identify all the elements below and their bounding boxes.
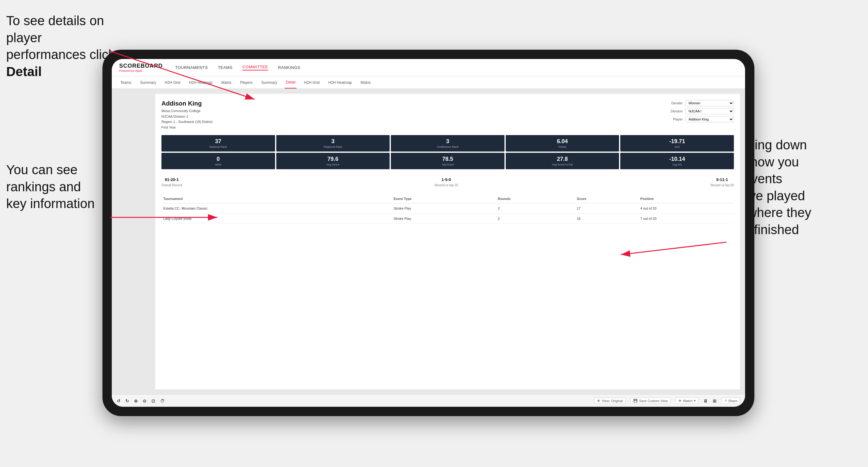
player-division: NJCAA Division 1	[161, 114, 212, 120]
sub-nav-summary[interactable]: Summary	[139, 76, 157, 89]
toolbar-icon-3[interactable]: ⊡	[152, 398, 155, 403]
toolbar-icon-4[interactable]: ⏱	[160, 398, 164, 403]
top50-record-label: Record vs top 50	[710, 184, 734, 187]
player-select[interactable]: Addison King	[685, 116, 734, 122]
undo-icon[interactable]: ↺	[117, 398, 120, 403]
toolbar-icon-screen[interactable]: 🖥	[704, 398, 708, 403]
view-original-button[interactable]: 👁 View: Original	[594, 398, 625, 404]
nav-items: TOURNAMENTS TEAMS COMMITTEE RANKINGS	[175, 65, 300, 70]
regional-rank-value: 3	[279, 138, 388, 145]
sub-nav-teams[interactable]: Teams	[119, 76, 132, 89]
detail-panel: Addison King Mesa Community College NJCA…	[155, 94, 740, 390]
save-custom-button[interactable]: 💾 Save Custom View	[630, 398, 671, 404]
logo-powered: Powered by clippd	[119, 69, 163, 72]
col-score: Score	[575, 194, 639, 204]
nav-teams[interactable]: TEAMS	[218, 65, 232, 70]
conference-rank-label: Conference Rank	[393, 145, 502, 148]
sub-nav-players[interactable]: Players	[239, 76, 254, 89]
stat-wins: 0 Wins	[161, 153, 275, 169]
toolbar-icon-1[interactable]: ⊕	[134, 398, 138, 403]
records-row: 91-20-1 Overall Record 1-5-0 Record vs t…	[161, 174, 734, 191]
sub-nav-h2h-heatmap[interactable]: H2H Heatmap	[188, 76, 214, 89]
sub-nav-matrix2[interactable]: Matrix	[360, 76, 372, 89]
save-icon: 💾	[633, 399, 638, 403]
stat-adj-score: 78.5 Adj Score	[391, 153, 504, 169]
stat-avg-score: 79.6 Avg Score	[276, 153, 390, 169]
stat-sos: -19.71 SoS	[620, 135, 734, 152]
col-event-type: Event Type	[392, 194, 496, 204]
view-original-label: View: Original	[602, 399, 623, 403]
stats-row-2: 0 Wins 79.6 Avg Score 78.5 Adj Score 27.…	[161, 153, 734, 169]
nav-rankings[interactable]: RANKINGS	[278, 65, 300, 70]
sidebar	[112, 89, 155, 394]
table-body: Estella CC- Mountain Classic Stroke Play…	[161, 204, 734, 224]
points-label: Points	[508, 145, 617, 148]
toolbar-icon-grid[interactable]: ⊞	[713, 398, 716, 403]
watch-dropdown-icon: ▾	[694, 399, 696, 403]
top50-record-value: 5-11-1	[710, 177, 734, 182]
sub-nav-h2h-heatmap2[interactable]: H2H Heatmap	[327, 76, 353, 89]
player-college: Mesa Community College	[161, 108, 212, 114]
sub-nav-matrix[interactable]: Matrix	[220, 76, 233, 89]
national-rank-value: 37	[164, 138, 273, 145]
logo-brand: clippd	[135, 69, 142, 72]
conference-rank-value: 3	[393, 138, 502, 145]
avg-sg-label: Avg SG	[623, 163, 732, 166]
main-content: Addison King Mesa Community College NJCA…	[112, 89, 745, 394]
bottom-left-annotation: You can see rankings and key information	[6, 161, 112, 212]
player-year: First Year	[161, 125, 212, 130]
tablet-device: SCOREBOARD Powered by clippd TOURNAMENTS…	[102, 50, 754, 416]
table-row[interactable]: Lady Coyote Invite Stroke Play 2 16 7 ou…	[161, 214, 734, 224]
sub-nav: Teams Summary H2H Grid H2H Heatmap Matri…	[112, 76, 745, 89]
event-type-1: Stroke Play	[392, 204, 496, 214]
toolbar-icon-2[interactable]: ⊖	[143, 398, 147, 403]
tablet-screen: SCOREBOARD Powered by clippd TOURNAMENTS…	[112, 59, 745, 407]
sub-nav-h2h-grid[interactable]: H2H Grid	[164, 76, 182, 89]
logo-text: SCOREBOARD	[119, 63, 163, 69]
rounds-2: 2	[496, 214, 575, 224]
gender-control: Gender Women	[665, 100, 734, 106]
tournament-table: Tournament Event Type Rounds Score Posit…	[161, 194, 734, 224]
top50-record: 5-11-1 Record vs top 50	[710, 177, 734, 188]
share-button[interactable]: ↗ Share	[721, 398, 740, 404]
sub-nav-h2h-grid2[interactable]: H2H Grid	[303, 76, 321, 89]
score-1: 17	[575, 204, 639, 214]
top25-record: 1-5-0 Record vs top 25	[435, 177, 458, 188]
watch-button[interactable]: 👁 Watch ▾	[676, 398, 699, 404]
watch-label: Watch	[683, 399, 692, 403]
sub-nav-detail[interactable]: Detail	[285, 76, 297, 89]
player-header: Addison King Mesa Community College NJCA…	[161, 100, 734, 130]
player-region: Region 1 - Southwest (18) District	[161, 119, 212, 125]
position-1: 4 out of 20	[639, 204, 734, 214]
player-control: Player Addison King	[665, 116, 734, 122]
annotation-rankings-line1: You can see	[6, 162, 78, 177]
redo-icon[interactable]: ↻	[125, 398, 129, 403]
wins-label: Wins	[164, 163, 273, 166]
gender-select[interactable]: Women	[685, 100, 734, 106]
adj-score-value: 78.5	[393, 156, 502, 162]
avg-score-par-value: 27.8	[508, 156, 617, 162]
table-header: Tournament Event Type Rounds Score Posit…	[161, 194, 734, 204]
sub-nav-summary2[interactable]: Summary	[260, 76, 278, 89]
col-tournament: Tournament	[161, 194, 392, 204]
top25-record-label: Record vs top 25	[435, 184, 458, 187]
stat-regional-rank: 3 Regional Rank	[276, 135, 390, 152]
annotation-bold-detail: Detail	[6, 64, 41, 79]
tournament-name-2: Lady Coyote Invite	[161, 214, 392, 224]
nav-committee[interactable]: COMMITTEE	[243, 65, 268, 70]
player-info: Addison King Mesa Community College NJCA…	[161, 100, 212, 130]
table-row[interactable]: Estella CC- Mountain Classic Stroke Play…	[161, 204, 734, 214]
bottom-toolbar: ↺ ↻ ⊕ ⊖ ⊡ ⏱ 👁 View: Original 💾 Save Cust…	[112, 394, 745, 407]
stat-avg-sg: -10.14 Avg SG	[620, 153, 734, 169]
stat-conference-rank: 3 Conference Rank	[391, 135, 504, 152]
top-nav: SCOREBOARD Powered by clippd TOURNAMENTS…	[112, 59, 745, 76]
tournament-name-1: Estella CC- Mountain Classic	[161, 204, 392, 214]
sos-label: SoS	[623, 145, 732, 148]
nav-tournaments[interactable]: TOURNAMENTS	[175, 65, 208, 70]
share-label: Share	[728, 399, 737, 403]
division-select[interactable]: NJCAA I	[685, 108, 734, 114]
annotation-rankings-line3: key information	[6, 196, 95, 211]
col-position: Position	[639, 194, 734, 204]
overall-record-value: 91-20-1	[161, 177, 182, 182]
stat-points: 6.04 Points	[506, 135, 619, 152]
